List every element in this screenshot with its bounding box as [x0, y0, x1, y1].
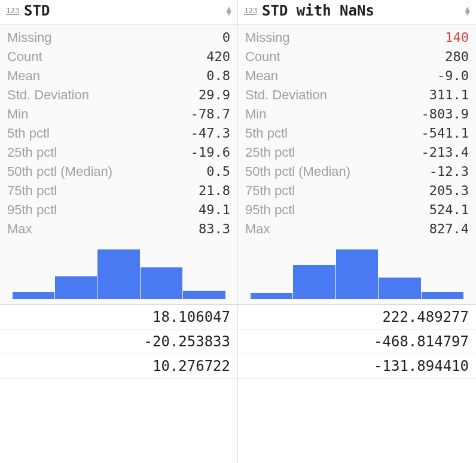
histogram-bar — [97, 249, 139, 299]
stat-row: Max827.4 — [238, 220, 476, 239]
stat-label: 25th pctl — [245, 145, 295, 160]
stat-value: -47.3 — [191, 126, 230, 141]
stats-block: Missing0 Count420 Mean0.8 Std. Deviation… — [0, 25, 237, 305]
stat-value: -78.7 — [191, 106, 230, 122]
stat-label: Max — [7, 221, 32, 237]
stat-row: 75th pctl205.3 — [238, 181, 476, 200]
stat-label: 5th pctl — [7, 126, 50, 141]
stat-label: 25th pctl — [7, 145, 57, 160]
histogram-bar — [13, 292, 54, 299]
stat-label: 50th pctl (Median) — [7, 164, 112, 179]
stats-block: Missing140 Count280 Mean-9.0 Std. Deviat… — [238, 25, 476, 305]
stat-row: Missing0 — [0, 28, 237, 47]
stat-value: 29.9 — [199, 87, 230, 103]
histogram-bar — [141, 267, 182, 299]
column-std: 123 STD ▲▼ Missing0 Count420 Mean0.8 Std… — [0, 0, 238, 463]
stat-label: 50th pctl (Median) — [245, 164, 350, 179]
stat-row: 50th pctl (Median)-12.3 — [238, 162, 476, 181]
stat-value: -213.4 — [422, 145, 469, 160]
stat-value: 83.3 — [199, 221, 230, 237]
table-row[interactable]: -468.814797 — [238, 330, 476, 354]
stat-value: 420 — [206, 49, 230, 65]
stat-row: 95th pctl524.1 — [238, 200, 476, 220]
stat-row: Missing140 — [238, 28, 476, 47]
histogram-bar — [293, 265, 335, 299]
stat-value: -541.1 — [422, 126, 469, 141]
stat-label: Count — [245, 49, 280, 65]
column-std-with-nans: 123 STD with NaNs ▲▼ Missing140 Count280… — [238, 0, 476, 463]
column-header[interactable]: 123 STD with NaNs ▲▼ — [238, 0, 476, 25]
stat-label: Min — [245, 106, 266, 122]
histogram — [0, 239, 237, 304]
stat-label: Max — [245, 221, 270, 237]
stat-row: Count420 — [0, 47, 237, 66]
data-rows: 222.489277 -468.814797 -131.894410 — [238, 305, 476, 379]
table-row[interactable]: -131.894410 — [238, 354, 476, 379]
type-badge-numeric-icon: 123 — [244, 7, 257, 15]
stat-row: 25th pctl-213.4 — [238, 143, 476, 162]
table-row[interactable]: -20.253833 — [0, 330, 237, 354]
stat-label: Missing — [7, 30, 52, 45]
stat-label: Mean — [245, 68, 278, 84]
stat-label: Missing — [245, 30, 290, 45]
stat-value: 205.3 — [429, 183, 469, 199]
stat-row: 95th pctl49.1 — [0, 200, 237, 220]
stat-label: Min — [7, 106, 28, 122]
stat-value: -12.3 — [429, 164, 469, 179]
stat-row: Mean-9.0 — [238, 66, 476, 86]
histogram-bar — [379, 278, 421, 299]
stat-row: Max83.3 — [0, 220, 237, 239]
histogram-bar — [183, 291, 225, 299]
stat-row: 5th pctl-47.3 — [0, 124, 237, 143]
stat-value: 49.1 — [199, 202, 230, 218]
histogram-bar — [251, 293, 293, 299]
stat-value: 21.8 — [199, 183, 230, 199]
stat-value: 0.8 — [206, 68, 230, 84]
stat-value: 0 — [222, 30, 230, 45]
histogram — [238, 239, 476, 304]
column-header[interactable]: 123 STD ▲▼ — [0, 0, 237, 25]
sort-icon[interactable]: ▲▼ — [465, 7, 470, 15]
stat-label: Std. Deviation — [7, 87, 89, 103]
stat-label: 75th pctl — [7, 183, 57, 199]
column-title: STD with NaNs — [262, 2, 460, 19]
stat-value: -19.6 — [191, 145, 230, 160]
stat-label: 95th pctl — [7, 202, 57, 218]
column-title: STD — [24, 2, 222, 19]
stat-row: Min-803.9 — [238, 105, 476, 124]
stat-row: 75th pctl21.8 — [0, 181, 237, 200]
stat-value: 280 — [445, 49, 469, 65]
stat-row: Std. Deviation311.1 — [238, 86, 476, 105]
stat-row: Count280 — [238, 47, 476, 66]
stat-value: -9.0 — [437, 68, 469, 84]
stat-label: Std. Deviation — [245, 87, 327, 103]
histogram-bar — [336, 249, 379, 299]
stat-row: Min-78.7 — [0, 105, 237, 124]
stat-row: Std. Deviation29.9 — [0, 86, 237, 105]
stat-label: Count — [7, 49, 42, 65]
stat-value: 0.5 — [206, 164, 230, 179]
table-row[interactable]: 18.106047 — [0, 305, 237, 330]
stat-value: 140 — [445, 30, 469, 45]
stat-value: 311.1 — [429, 87, 469, 103]
stat-label: Mean — [7, 68, 40, 84]
histogram-bar — [55, 276, 97, 299]
stat-value: 827.4 — [429, 221, 469, 237]
histogram-bar — [422, 292, 464, 299]
stat-value: 524.1 — [429, 202, 469, 218]
data-rows: 18.106047 -20.253833 10.276722 — [0, 305, 237, 379]
stat-row: 5th pctl-541.1 — [238, 124, 476, 143]
stat-value: -803.9 — [422, 106, 469, 122]
stat-label: 75th pctl — [245, 183, 295, 199]
summary-panels: 123 STD ▲▼ Missing0 Count420 Mean0.8 Std… — [0, 0, 476, 463]
stat-row: 25th pctl-19.6 — [0, 143, 237, 162]
stat-row: Mean0.8 — [0, 66, 237, 86]
type-badge-numeric-icon: 123 — [6, 7, 19, 15]
stat-label: 95th pctl — [245, 202, 295, 218]
table-row[interactable]: 222.489277 — [238, 305, 476, 330]
sort-icon[interactable]: ▲▼ — [227, 7, 231, 15]
table-row[interactable]: 10.276722 — [0, 354, 237, 379]
stat-label: 5th pctl — [245, 126, 288, 141]
stat-row: 50th pctl (Median)0.5 — [0, 162, 237, 181]
